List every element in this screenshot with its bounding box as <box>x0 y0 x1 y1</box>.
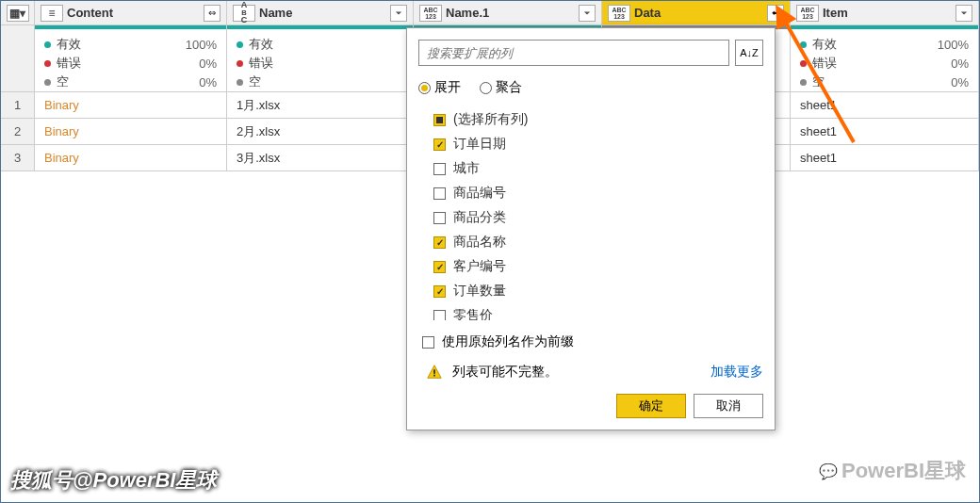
expand-column-popup: A↓Z 展开 聚合 (选择所有列)订单日期城市商品编号商品分类商品名称客户编号订… <box>406 27 776 430</box>
row-number: 2 <box>14 124 21 138</box>
watermark-left: 搜狐号@PowerBI星球 <box>10 466 217 495</box>
column-header-data[interactable]: ABC123 Data ⬌ <box>602 1 791 24</box>
column-header-item[interactable]: ABC123 Item <box>791 1 979 24</box>
checkbox[interactable] <box>433 138 446 151</box>
svg-rect-1 <box>433 375 435 377</box>
load-more-link[interactable]: 加载更多 <box>710 364 763 381</box>
field-item[interactable]: 订单日期 <box>433 132 763 156</box>
column-stats: 有效100% 错误0% 空0% <box>35 29 227 91</box>
checkbox[interactable] <box>433 310 446 321</box>
column-stats: 有效 错误 空 <box>227 29 414 91</box>
cell-name[interactable]: 1月.xlsx <box>227 92 414 118</box>
expand-icon[interactable]: ⇔ <box>204 5 220 22</box>
column-label: Name <box>259 6 386 20</box>
checkbox[interactable] <box>433 261 446 273</box>
checkbox[interactable] <box>433 187 446 200</box>
table-icon[interactable]: ▦▾ <box>7 5 29 22</box>
field-label: 商品名称 <box>453 234 506 251</box>
field-item[interactable]: 订单数量 <box>433 279 763 303</box>
field-item[interactable]: 客户编号 <box>433 254 763 279</box>
field-label: 订单数量 <box>453 283 506 300</box>
column-label: Content <box>67 6 200 20</box>
sort-button[interactable]: A↓Z <box>735 40 763 66</box>
warning-text: 列表可能不完整。 <box>452 364 558 381</box>
cancel-button[interactable]: 取消 <box>694 394 763 418</box>
svg-rect-0 <box>433 369 435 374</box>
field-item[interactable]: 商品分类 <box>433 205 763 230</box>
column-stats: 有效100% 错误0% 空0% <box>791 29 979 91</box>
cell-name[interactable]: 2月.xlsx <box>227 119 414 144</box>
warning-icon <box>426 364 443 381</box>
filter-dropdown-icon[interactable] <box>579 5 596 22</box>
expand-icon[interactable]: ⬌ <box>767 5 784 22</box>
search-input[interactable] <box>418 40 729 66</box>
checkbox[interactable] <box>433 236 446 249</box>
type-icon-text: ABC <box>233 5 255 22</box>
radio-aggregate[interactable]: 聚合 <box>480 79 522 96</box>
column-header-name1[interactable]: ABC123 Name.1 <box>414 1 602 24</box>
cell-item[interactable]: sheet1 <box>791 92 979 118</box>
field-label: 商品编号 <box>453 185 506 202</box>
filter-dropdown-icon[interactable] <box>956 5 972 22</box>
cell-item[interactable]: sheet1 <box>791 119 979 144</box>
type-icon-any: ABC123 <box>608 5 630 22</box>
type-icon-binary: ≡ <box>41 5 63 22</box>
field-item[interactable]: 城市 <box>433 156 763 181</box>
cell-item[interactable]: sheet1 <box>791 145 979 170</box>
column-header-name[interactable]: ABC Name <box>227 1 414 24</box>
row-number: 1 <box>14 98 21 112</box>
column-header-content[interactable]: ≡ Content ⇔ <box>35 1 227 24</box>
cell-content[interactable]: Binary <box>35 145 227 170</box>
filter-dropdown-icon[interactable] <box>390 5 407 22</box>
checkbox[interactable] <box>433 285 446 298</box>
ok-button[interactable]: 确定 <box>616 394 686 418</box>
prefix-label: 使用原始列名作为前缀 <box>442 333 574 350</box>
radio-expand[interactable]: 展开 <box>418 79 461 96</box>
field-item[interactable]: 零售价 <box>433 303 763 320</box>
field-label: 商品分类 <box>453 209 506 226</box>
field-label: 订单日期 <box>453 136 506 153</box>
select-all-label: (选择所有列) <box>453 111 528 128</box>
field-item[interactable]: 商品名称 <box>433 230 763 254</box>
cell-name[interactable]: 3月.xlsx <box>227 145 414 170</box>
cell-content[interactable]: Binary <box>35 119 227 144</box>
field-label: 客户编号 <box>453 258 506 275</box>
type-icon-any: ABC123 <box>419 5 442 22</box>
cell-content[interactable]: Binary <box>35 92 227 118</box>
row-number: 3 <box>14 151 21 165</box>
column-label: Data <box>634 6 763 20</box>
column-label: Name.1 <box>446 6 575 20</box>
column-label: Item <box>823 6 952 20</box>
checkbox-prefix[interactable] <box>422 336 434 349</box>
checkbox[interactable] <box>433 212 446 224</box>
watermark-right: 💬PowerBI星球 <box>819 457 966 485</box>
checkbox-select-all[interactable] <box>433 114 446 126</box>
field-item[interactable]: 商品编号 <box>433 181 763 205</box>
field-label: 零售价 <box>453 307 493 320</box>
checkbox[interactable] <box>433 163 446 175</box>
type-icon-any: ABC123 <box>796 5 819 22</box>
field-checklist[interactable]: (选择所有列)订单日期城市商品编号商品分类商品名称客户编号订单数量零售价销售额 <box>418 107 763 320</box>
field-label: 城市 <box>453 160 480 177</box>
